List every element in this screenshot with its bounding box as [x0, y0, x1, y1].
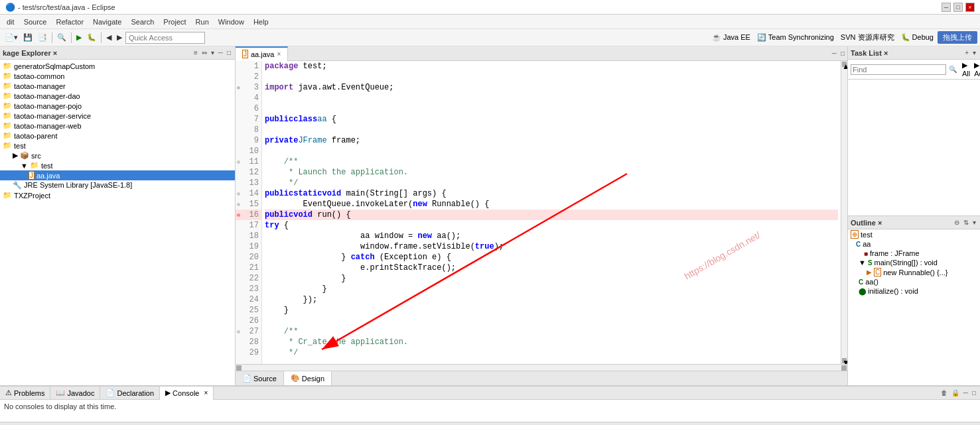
- toolbar-back[interactable]: ◀: [104, 32, 113, 42]
- list-item[interactable]: 📁 taotao-manager-dao: [0, 91, 235, 101]
- minimize-button[interactable]: ─: [942, 3, 951, 12]
- list-item[interactable]: 🔧 JRE System Library [JavaSE-1.8]: [0, 180, 235, 190]
- collapse-all-button[interactable]: ≡: [192, 49, 199, 56]
- list-item[interactable]: 📁 taotao-manager-web: [0, 121, 235, 131]
- outline-item-test[interactable]: ⊕ test: [848, 229, 980, 239]
- toolbar-save-all[interactable]: 📑: [36, 32, 49, 42]
- list-item[interactable]: ▶ 📦 src: [0, 151, 235, 160]
- task-new-button[interactable]: +: [963, 49, 970, 56]
- toolbar-debug[interactable]: 🐛: [85, 32, 98, 42]
- list-item[interactable]: ▼ 📁 test: [0, 160, 235, 170]
- list-item[interactable]: 📁 TXZProject: [0, 190, 235, 200]
- method-private-icon: ⬤: [859, 288, 866, 295]
- menu-refactor[interactable]: Refactor: [52, 17, 88, 27]
- scroll-track[interactable]: [841, 68, 847, 357]
- upload-button[interactable]: 拖拽上传: [938, 31, 977, 44]
- console-clear-button[interactable]: 🗑: [940, 389, 949, 396]
- tab-close-button[interactable]: ×: [277, 50, 281, 58]
- source-tab[interactable]: 📄 Source: [236, 371, 284, 385]
- list-item[interactable]: 📁 taotao-manager-service: [0, 111, 235, 121]
- bottom-panel: ⚠ Problems 📖 Javadoc 📄 Declaration ▶ Con…: [0, 385, 980, 422]
- outline-item-aa[interactable]: C aa: [848, 239, 980, 249]
- code-editor[interactable]: package test; import java.awt.EventQueue…: [262, 61, 841, 364]
- outline-item-constructor[interactable]: C aa(): [848, 277, 980, 286]
- minimize-editor-button[interactable]: ─: [831, 50, 838, 57]
- minimize-panel-button[interactable]: ─: [217, 49, 224, 56]
- declaration-icon: 📄: [105, 389, 115, 397]
- task-menu-button[interactable]: ▾: [971, 49, 977, 56]
- package-explorer-panel: kage Explorer × ≡ ⇔ ▾ ─ □ 📁 generatorSql…: [0, 46, 236, 385]
- toolbar-save[interactable]: 💾: [21, 32, 35, 42]
- scroll-down-button[interactable]: ▼: [842, 358, 847, 363]
- menu-window[interactable]: Window: [214, 17, 248, 27]
- console-tab[interactable]: ▶ Console ×: [160, 387, 214, 400]
- menu-source[interactable]: Source: [20, 17, 51, 27]
- toolbar-search[interactable]: 🔍: [55, 32, 68, 42]
- console-scroll-lock-button[interactable]: 🔒: [950, 389, 961, 396]
- list-item[interactable]: 📁 test: [0, 141, 235, 151]
- tab-label: aa.java: [251, 50, 274, 58]
- menu-help[interactable]: Help: [249, 17, 273, 27]
- activate-label[interactable]: ▶ Activate: [974, 61, 980, 78]
- outline-item-main[interactable]: ▼ S main(String[]) : void: [848, 258, 980, 267]
- maximize-editor-button[interactable]: □: [839, 50, 846, 57]
- outline-item-frame[interactable]: ■ frame : JFrame: [848, 249, 980, 258]
- vertical-scrollbar[interactable]: ▲ ▼: [841, 61, 847, 364]
- perspective-team-sync[interactable]: 🔄 Team Synchronizing: [754, 33, 837, 42]
- menu-edit[interactable]: dit: [3, 17, 19, 27]
- editor-tab-aa-java[interactable]: J aa.java ×: [236, 46, 288, 61]
- list-item[interactable]: J aa.java: [0, 170, 235, 180]
- list-item[interactable]: 📁 taotao-manager: [0, 81, 235, 91]
- scroll-left-button[interactable]: [236, 365, 242, 371]
- console-minimize-button[interactable]: ─: [962, 389, 969, 396]
- list-item[interactable]: 📁 taotao-parent: [0, 131, 235, 141]
- design-tab[interactable]: 🎨 Design: [284, 371, 332, 385]
- outline-collapse-button[interactable]: ⊖: [953, 219, 961, 226]
- editor-content[interactable]: 1 2 ⊕3 4 6 7 8 9 10 ⊖11 12 13 ⊖14 ⊖15 ⊖1…: [236, 61, 847, 364]
- outline-item-runnable[interactable]: ▶ C new Runnable() {...}: [848, 267, 980, 277]
- line-num: ⊖15: [236, 199, 261, 210]
- scroll-up-button[interactable]: ▲: [842, 62, 847, 67]
- declaration-tab[interactable]: 📄 Declaration: [100, 387, 160, 400]
- problems-icon: ⚠: [5, 389, 12, 397]
- field-icon: ■: [864, 250, 868, 257]
- maximize-panel-button[interactable]: □: [226, 49, 232, 56]
- perspective-debug[interactable]: 🐛 Debug: [898, 33, 936, 42]
- console-icon: ▶: [165, 389, 171, 397]
- restore-button[interactable]: □: [953, 3, 963, 12]
- menu-navigate[interactable]: Navigate: [89, 17, 125, 27]
- close-button[interactable]: ×: [965, 3, 975, 12]
- main-layout: kage Explorer × ≡ ⇔ ▾ ─ □ 📁 generatorSql…: [0, 46, 980, 385]
- list-item[interactable]: 📁 taotao-manager-pojo: [0, 101, 235, 111]
- explorer-menu-button[interactable]: ▾: [210, 49, 216, 56]
- outline-sort-button[interactable]: ⇅: [962, 219, 970, 226]
- link-editor-button[interactable]: ⇔: [200, 49, 208, 56]
- toolbar-forward[interactable]: ▶: [115, 32, 124, 42]
- console-close[interactable]: ×: [204, 389, 208, 396]
- menu-search[interactable]: Search: [127, 17, 158, 27]
- horizontal-scrollbar[interactable]: [236, 364, 847, 371]
- list-item[interactable]: 📁 generatorSqlmapCustom: [0, 61, 235, 71]
- scroll-right-button[interactable]: [841, 365, 847, 371]
- list-item[interactable]: 📁 taotao-common: [0, 71, 235, 81]
- console-maximize-button[interactable]: □: [971, 389, 977, 396]
- menu-project[interactable]: Project: [159, 17, 190, 27]
- line-num: ⊖11: [236, 156, 261, 167]
- find-button[interactable]: 🔍: [947, 66, 958, 73]
- problems-tab[interactable]: ⚠ Problems: [0, 387, 50, 400]
- toolbar-run[interactable]: ▶: [74, 32, 84, 42]
- task-list-header: Task List × + ▾: [848, 46, 980, 60]
- menu-run[interactable]: Run: [192, 17, 213, 27]
- quick-access-input[interactable]: [125, 32, 205, 44]
- bottom-panel-tools: 🗑 🔒 ─ □: [937, 389, 980, 396]
- javadoc-tab[interactable]: 📖 Javadoc: [50, 387, 100, 400]
- find-input[interactable]: [851, 64, 946, 75]
- toolbar-new[interactable]: 📄▾: [3, 32, 20, 42]
- outline-menu-button[interactable]: ▾: [971, 219, 977, 226]
- outline-item-initialize[interactable]: ⬤ initialize() : void: [848, 286, 980, 296]
- perspective-java-ee[interactable]: ☕ Java EE: [709, 33, 753, 42]
- constructor-icon: C: [859, 278, 863, 286]
- perspective-svn[interactable]: SVN 资源库研究: [838, 32, 897, 42]
- find-all-label: ▶ All: [962, 61, 970, 78]
- task-list-panel: Task List × + ▾ 🔍 ▶ All ▶ Activate: [848, 46, 980, 216]
